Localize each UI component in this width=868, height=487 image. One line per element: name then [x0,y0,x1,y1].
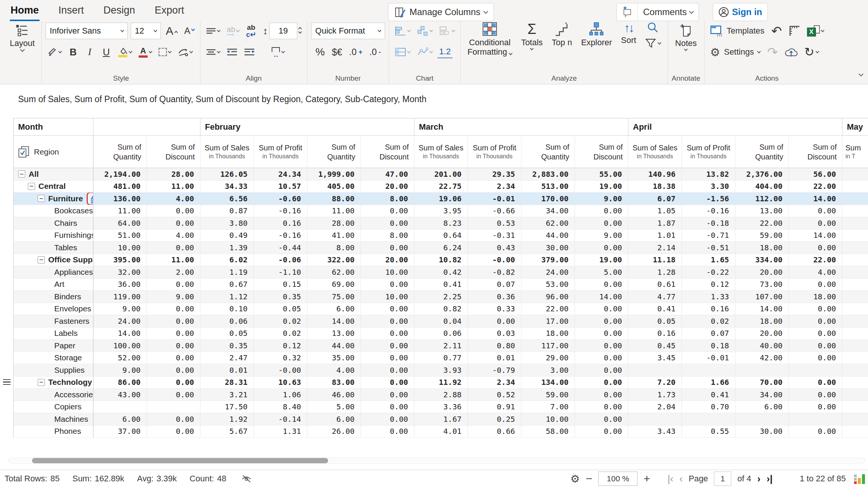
cell[interactable]: -0.82 [468,266,521,279]
percent-format-button[interactable]: % [313,44,327,60]
cell[interactable]: 29.00 [521,352,575,364]
column-header[interactable]: Sum of Discount [789,136,842,168]
cell[interactable]: 0.04 [414,315,468,328]
publish-button[interactable] [783,44,799,60]
cell[interactable]: 5.00 [307,401,361,413]
increase-font-size-button[interactable]: A [164,23,179,39]
horizontal-scrollbar[interactable] [8,458,865,464]
prev-page-button[interactable]: ‹ [679,473,683,485]
cell[interactable]: 22.75 [414,181,468,193]
cell[interactable]: 0.00 [575,352,628,364]
cell[interactable]: 5.00 [575,266,628,279]
cell[interactable]: 52.00 [93,352,147,364]
cell[interactable]: 0.00 [789,328,842,340]
cell[interactable]: 0.00 [789,352,842,364]
row-header-cell[interactable]: Art [14,279,93,291]
cell[interactable]: 0.41 [414,279,468,291]
cell[interactable] [682,413,735,426]
cell[interactable]: 42.00 [735,352,789,364]
cell[interactable]: 14.00 [575,291,628,303]
row-header-cell[interactable]: All [14,168,93,181]
cell[interactable]: 0.43 [468,242,521,254]
cell[interactable]: 6.07 [628,193,682,205]
cell[interactable]: 0.02 [254,315,307,328]
cell[interactable] [842,291,868,303]
cell[interactable]: 0.35 [254,291,307,303]
cell[interactable]: 2,376.00 [735,168,789,181]
cell[interactable]: 14.00 [789,230,842,242]
cell[interactable]: 36.00 [93,279,147,291]
page-number-input[interactable]: 1 [714,472,731,486]
column-header[interactable]: Sum of Quantity [307,136,361,168]
cell[interactable]: 0.00 [361,352,414,364]
wrap-text-button[interactable]: abc↵ [244,23,258,39]
cell[interactable]: 24.34 [254,168,307,181]
cell[interactable]: -0.01 [682,352,735,364]
cell[interactable]: 1,999.00 [307,168,361,181]
cell[interactable]: 0.36 [468,291,521,303]
cell[interactable]: 1.87 [628,217,682,230]
row-header-cell[interactable]: Storage [14,352,93,364]
cell[interactable]: 53.00 [521,279,575,291]
cell[interactable]: 9.00 [575,193,628,205]
cell[interactable]: 1.06 [254,389,307,401]
row-header-cell[interactable]: Furniture [14,193,93,205]
cell[interactable] [735,413,789,426]
cell[interactable]: 0.06 [414,328,468,340]
cell[interactable]: 112.00 [735,193,789,205]
cell[interactable]: 0.00 [361,426,414,438]
cell[interactable] [842,389,868,401]
bar-chart-button[interactable] [393,23,412,39]
cell[interactable]: 18.00 [521,328,575,340]
cell[interactable]: 0.10 [200,303,254,315]
table-row[interactable]: Tables10.000.001.39-0.448.000.006.240.43… [14,242,868,254]
filter-button[interactable] [645,38,661,48]
cell[interactable]: 7.20 [628,377,682,389]
cell[interactable]: 37.00 [93,426,147,438]
cell[interactable]: 18.00 [789,291,842,303]
cell[interactable]: 13.00 [735,205,789,217]
cell[interactable]: 0.45 [628,340,682,352]
cell[interactable]: 58.00 [521,426,575,438]
decrease-decimal-button[interactable]: .0- [367,44,383,60]
row-header-cell[interactable]: Paper [14,340,93,352]
cell[interactable]: 28.31 [200,377,254,389]
cell[interactable]: 64.00 [93,217,147,230]
fill-color-button[interactable] [116,44,134,60]
cell[interactable]: 20.00 [735,328,789,340]
cell[interactable]: 0.00 [361,413,414,426]
cell[interactable]: 0.52 [468,389,521,401]
cell[interactable]: 34.33 [200,181,254,193]
table-row[interactable]: Appliances32.002.001.19-1.1062.0010.000.… [14,266,868,279]
cell[interactable]: 6.24 [414,242,468,254]
cell[interactable]: 3.43 [628,426,682,438]
cell[interactable]: 55.00 [575,168,628,181]
cell[interactable]: 0.07 [468,279,521,291]
table-row[interactable]: Chairs64.000.003.800.1628.000.008.230.53… [14,217,868,230]
row-header-cell[interactable]: Technology [14,377,93,389]
cell[interactable]: 47.00 [361,168,414,181]
font-color-button[interactable]: A [137,44,154,60]
cell[interactable] [789,413,842,426]
undo-button[interactable]: ↶ [769,23,784,39]
cell[interactable] [842,193,868,205]
cell[interactable]: 1.73 [628,389,682,401]
cell[interactable]: -0.00 [468,254,521,266]
cell[interactable]: 8.00 [361,193,414,205]
cell[interactable]: 44.00 [521,230,575,242]
cell[interactable]: 1.33 [682,291,735,303]
text-overflow-button[interactable]: ab [225,23,241,39]
cell[interactable]: 20.00 [361,181,414,193]
cell[interactable]: 0.00 [789,242,842,254]
cell[interactable]: 9.00 [575,230,628,242]
cell[interactable] [628,364,682,377]
row-height-control[interactable]: ↕ 19 [261,23,303,39]
cell[interactable]: 0.49 [200,230,254,242]
cell[interactable]: -0.00 [254,364,307,377]
export-excel-button[interactable]: X [805,23,826,39]
sort-button[interactable]: ↑↓ Sort [618,21,639,46]
table-row[interactable]: Labels14.000.000.050.0213.000.000.060.03… [14,328,868,340]
row-header-cell[interactable]: Chairs [14,217,93,230]
cell[interactable]: 0.12 [254,340,307,352]
cell[interactable] [842,242,868,254]
